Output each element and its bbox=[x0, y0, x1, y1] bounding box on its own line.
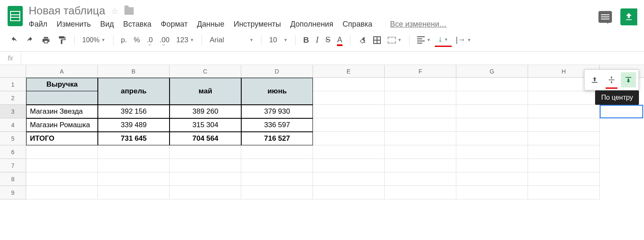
cell-g9[interactable] bbox=[456, 186, 528, 199]
cell-d4[interactable]: 336 597 bbox=[241, 118, 313, 132]
app-logo[interactable] bbox=[7, 4, 24, 28]
decrease-decimal-button[interactable]: .0← bbox=[144, 34, 155, 46]
cell-f8[interactable] bbox=[385, 172, 456, 186]
borders-button[interactable] bbox=[371, 35, 383, 46]
cell-h8[interactable] bbox=[528, 172, 600, 186]
cell-d8[interactable] bbox=[241, 172, 313, 186]
text-wrap-dropdown[interactable]: |→▼ bbox=[453, 34, 474, 46]
row-header-8[interactable]: 8 bbox=[0, 172, 26, 186]
formula-input[interactable] bbox=[21, 52, 644, 65]
row-header-3[interactable]: 3 bbox=[0, 105, 26, 118]
cell-b7[interactable] bbox=[98, 159, 170, 172]
merge-cells-dropdown[interactable]: ▼ bbox=[385, 35, 404, 45]
increase-decimal-button[interactable]: .00→ bbox=[157, 34, 172, 46]
cell-c5[interactable]: 704 564 bbox=[170, 132, 241, 145]
horizontal-align-dropdown[interactable]: ▼ bbox=[415, 35, 433, 45]
cell-f5[interactable] bbox=[385, 132, 456, 145]
menu-data[interactable]: Данные bbox=[197, 20, 224, 29]
cell-b6[interactable] bbox=[98, 145, 170, 159]
menu-file[interactable]: Файл bbox=[29, 20, 47, 29]
cell-a5[interactable]: ИТОГО bbox=[26, 132, 98, 145]
bold-button[interactable]: B bbox=[301, 34, 312, 46]
row-header-4[interactable]: 4 bbox=[0, 118, 26, 132]
cell-b8[interactable] bbox=[98, 172, 170, 186]
cell-g5[interactable] bbox=[456, 132, 528, 145]
cell-h2[interactable] bbox=[528, 91, 600, 105]
row-header-5[interactable]: 5 bbox=[0, 132, 26, 145]
cell-a2[interactable] bbox=[26, 91, 98, 105]
cell-b5[interactable]: 731 645 bbox=[98, 132, 170, 145]
text-color-button[interactable]: A bbox=[334, 34, 345, 46]
column-header-a[interactable]: A bbox=[26, 65, 98, 77]
cell-d9[interactable] bbox=[241, 186, 313, 199]
print-button[interactable] bbox=[39, 34, 53, 46]
vertical-align-dropdown[interactable]: ↓▼ bbox=[435, 33, 451, 47]
currency-button[interactable]: р. bbox=[119, 34, 129, 46]
cell-e5[interactable] bbox=[313, 132, 385, 145]
changes-link[interactable]: Все изменени… bbox=[390, 20, 447, 29]
cell-f2[interactable] bbox=[385, 91, 456, 105]
cell-h3[interactable] bbox=[528, 105, 600, 118]
zoom-dropdown[interactable]: 100%▼ bbox=[80, 35, 108, 46]
italic-button[interactable]: I bbox=[313, 33, 321, 46]
cell-d1-d2[interactable]: июнь bbox=[241, 78, 313, 105]
row-header-1[interactable]: 1 bbox=[0, 78, 26, 91]
cell-b3[interactable]: 392 156 bbox=[98, 105, 170, 118]
cell-h6[interactable] bbox=[528, 145, 600, 159]
percent-button[interactable]: % bbox=[131, 34, 143, 46]
row-header-2[interactable]: 2 bbox=[0, 91, 26, 105]
cell-e4[interactable] bbox=[313, 118, 385, 132]
cell-g3[interactable] bbox=[456, 105, 528, 118]
select-all-corner[interactable] bbox=[0, 65, 26, 77]
cell-f9[interactable] bbox=[385, 186, 456, 199]
cell-b4[interactable]: 339 489 bbox=[98, 118, 170, 132]
cell-a1[interactable]: Выручка bbox=[26, 78, 98, 91]
cell-c6[interactable] bbox=[170, 145, 241, 159]
valign-top-option[interactable] bbox=[587, 72, 602, 87]
comments-icon[interactable] bbox=[598, 11, 612, 23]
cell-e6[interactable] bbox=[313, 145, 385, 159]
menu-format[interactable]: Формат bbox=[161, 20, 188, 29]
cell-d6[interactable] bbox=[241, 145, 313, 159]
row-header-6[interactable]: 6 bbox=[0, 145, 26, 159]
cell-c4[interactable]: 315 304 bbox=[170, 118, 241, 132]
star-icon[interactable]: ☆ bbox=[111, 6, 119, 16]
cell-a6[interactable] bbox=[26, 145, 98, 159]
cell-c1-c2[interactable]: май bbox=[170, 78, 241, 105]
cell-g2[interactable] bbox=[456, 91, 528, 105]
font-family-dropdown[interactable]: Arial▼ bbox=[207, 34, 256, 46]
cell-h7[interactable] bbox=[528, 159, 600, 172]
cell-a9[interactable] bbox=[26, 186, 98, 199]
cell-c9[interactable] bbox=[170, 186, 241, 199]
column-header-f[interactable]: F bbox=[385, 65, 456, 77]
cell-e2[interactable] bbox=[313, 91, 385, 105]
cell-b9[interactable] bbox=[98, 186, 170, 199]
menu-help[interactable]: Справка bbox=[342, 20, 372, 29]
menu-tools[interactable]: Инструменты bbox=[234, 20, 281, 29]
column-header-c[interactable]: C bbox=[170, 65, 241, 77]
cell-d7[interactable] bbox=[241, 159, 313, 172]
cell-h5[interactable] bbox=[528, 132, 600, 145]
cell-f4[interactable] bbox=[385, 118, 456, 132]
cell-a8[interactable] bbox=[26, 172, 98, 186]
column-header-g[interactable]: G bbox=[456, 65, 528, 77]
cell-f7[interactable] bbox=[385, 159, 456, 172]
menu-view[interactable]: Вид bbox=[100, 20, 114, 29]
menu-insert[interactable]: Вставка bbox=[123, 20, 151, 29]
cell-b1-b2[interactable]: апрель bbox=[98, 78, 170, 105]
row-header-7[interactable]: 7 bbox=[0, 159, 26, 172]
cell-c3[interactable]: 389 260 bbox=[170, 105, 241, 118]
cell-d3[interactable]: 379 930 bbox=[241, 105, 313, 118]
cell-e1[interactable] bbox=[313, 78, 385, 91]
paint-format-button[interactable] bbox=[55, 34, 69, 46]
cell-h4[interactable] bbox=[528, 118, 600, 132]
column-header-e[interactable]: E bbox=[313, 65, 385, 77]
strikethrough-button[interactable]: S bbox=[323, 34, 333, 46]
cell-g6[interactable] bbox=[456, 145, 528, 159]
cell-g7[interactable] bbox=[456, 159, 528, 172]
undo-button[interactable] bbox=[7, 35, 21, 46]
cell-g8[interactable] bbox=[456, 172, 528, 186]
cell-f6[interactable] bbox=[385, 145, 456, 159]
folder-icon[interactable] bbox=[124, 7, 134, 15]
cell-e9[interactable] bbox=[313, 186, 385, 199]
